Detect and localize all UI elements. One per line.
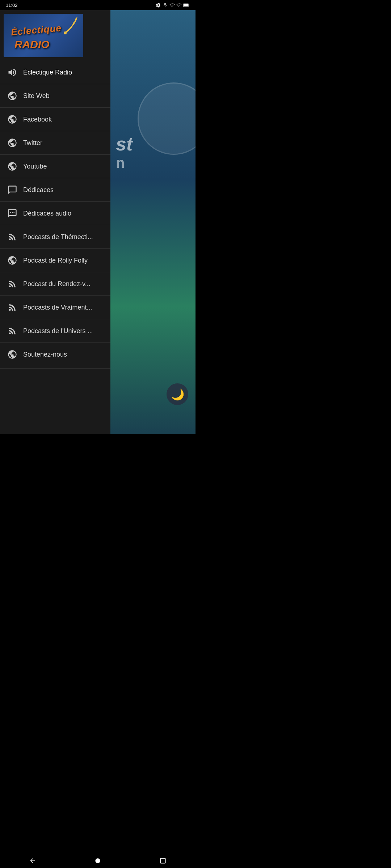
bg-text-n: n <box>116 155 125 171</box>
rss-icon-univers <box>6 324 19 337</box>
menu-item-dedicaces[interactable]: Dédicaces <box>0 178 110 202</box>
menu-label-twitter: Twitter <box>23 139 42 147</box>
settings-icon <box>156 3 161 8</box>
logo-container: Éclectique RADIO <box>0 10 110 61</box>
menu-label-dedicaces: Dédicaces <box>23 186 54 194</box>
menu-label-podcasts-univers: Podcasts de l'Univers ... <box>23 327 93 335</box>
menu-label-facebook: Facebook <box>23 116 52 123</box>
chat-icon-dedicaces <box>6 183 19 196</box>
bg-moon-icon: 🌙 <box>167 383 188 405</box>
menu-label-podcasts-vraiment: Podcasts de Vraiment... <box>23 304 92 311</box>
menu-label-dedicaces-audio: Dédicaces audio <box>23 210 71 217</box>
signal-icon <box>176 3 181 8</box>
menu-item-podcast-rendez-v[interactable]: Podcast du Rendez-v... <box>0 272 110 296</box>
status-time: 11:02 <box>6 3 18 8</box>
wifi-icon <box>169 3 175 8</box>
menu-label-podcasts-themecti: Podcasts de Thémecti... <box>23 233 93 241</box>
globe-icon-soutenez <box>6 348 19 361</box>
menu-label-soutenez: Soutenez-nous <box>23 351 67 358</box>
sidebar: Éclectique RADIO Éclectique Radio <box>0 10 110 434</box>
menu-item-podcast-rolly[interactable]: Podcast de Rolly Folly <box>0 249 110 272</box>
globe-icon-twitter <box>6 136 19 149</box>
background-panel: st n 🌙 <box>109 10 196 434</box>
menu-item-radio[interactable]: Éclectique Radio <box>0 61 110 84</box>
menu-item-facebook[interactable]: Facebook <box>0 108 110 131</box>
rss-icon-vraiment <box>6 301 19 314</box>
menu-label-podcast-rendez-v: Podcast du Rendez-v... <box>23 280 91 288</box>
menu-item-podcasts-vraiment[interactable]: Podcasts de Vraiment... <box>0 296 110 319</box>
menu-item-youtube[interactable]: Youtube <box>0 155 110 178</box>
bg-text-st: st <box>116 133 133 155</box>
svg-point-3 <box>64 31 67 34</box>
menu-item-soutenez[interactable]: Soutenez-nous <box>0 343 110 369</box>
mic-icon <box>163 3 168 8</box>
battery-icon <box>183 3 190 7</box>
menu-list: Éclectique Radio Site Web Facebook <box>0 61 110 369</box>
svg-rect-1 <box>184 4 188 6</box>
logo-text-radio: RADIO <box>14 38 50 51</box>
menu-item-podcasts-themecti[interactable]: Podcasts de Thémecti... <box>0 225 110 249</box>
menu-label-podcast-rolly: Podcast de Rolly Folly <box>23 257 88 264</box>
menu-item-siteweb[interactable]: Site Web <box>0 84 110 108</box>
speaker-icon <box>6 66 19 79</box>
menu-label-youtube: Youtube <box>23 163 47 170</box>
svg-rect-2 <box>189 4 189 6</box>
menu-item-podcasts-univers[interactable]: Podcasts de l'Univers ... <box>0 319 110 343</box>
menu-item-twitter[interactable]: Twitter <box>0 131 110 155</box>
menu-label-siteweb: Site Web <box>23 92 50 100</box>
globe-icon-rolly <box>6 254 19 267</box>
status-icons <box>156 3 190 8</box>
logo-image: Éclectique RADIO <box>4 14 83 57</box>
bg-decorative-circle <box>138 82 196 155</box>
rss-icon-themecti <box>6 230 19 243</box>
menu-item-dedicaces-audio[interactable]: Dédicaces audio <box>0 202 110 225</box>
globe-icon-facebook <box>6 113 19 126</box>
chat-quote-icon <box>6 207 19 220</box>
globe-icon-siteweb <box>6 89 19 102</box>
menu-label-radio: Éclectique Radio <box>23 69 72 76</box>
rss-icon-rendez-v <box>6 277 19 290</box>
globe-icon-youtube <box>6 160 19 173</box>
logo-text-eclectique: Éclectique <box>10 22 62 38</box>
status-bar: 11:02 <box>0 0 196 10</box>
